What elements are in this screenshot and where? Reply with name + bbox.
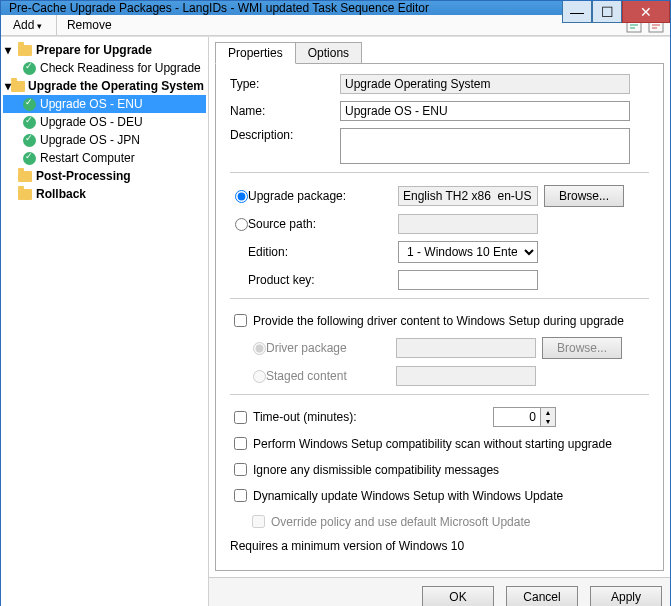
label-driver-package: Driver package xyxy=(266,341,396,355)
product-key-field[interactable] xyxy=(398,270,538,290)
divider xyxy=(230,394,649,395)
tree-item-upgrade-enu[interactable]: Upgrade OS - ENU xyxy=(3,95,206,113)
tab-options[interactable]: Options xyxy=(295,42,362,64)
label-driver-content: Provide the following driver content to … xyxy=(253,314,624,328)
properties-pane: Type: Name: Description: Upgrade package… xyxy=(215,63,664,571)
tree-label: Post-Processing xyxy=(36,169,131,183)
source-path-radio[interactable] xyxy=(235,218,248,231)
cancel-button[interactable]: Cancel xyxy=(506,586,578,606)
tree-item-upgrade-jpn[interactable]: Upgrade OS - JPN xyxy=(3,131,206,149)
remove-button[interactable]: Remove xyxy=(61,16,118,34)
upgrade-package-radio[interactable] xyxy=(235,190,248,203)
label-type: Type: xyxy=(230,77,340,91)
tree-item-upgrade-deu[interactable]: Upgrade OS - DEU xyxy=(3,113,206,131)
label-source-path: Source path: xyxy=(248,217,398,231)
compat-scan-checkbox[interactable] xyxy=(234,437,247,450)
driver-content-checkbox[interactable] xyxy=(234,314,247,327)
driver-package-radio xyxy=(253,342,266,355)
task-tree[interactable]: ▾Prepare for Upgrade Check Readiness for… xyxy=(1,37,209,606)
titlebar: Pre-Cache Upgrade Packages - LangIDs - W… xyxy=(1,1,670,15)
tree-group-rollback[interactable]: Rollback xyxy=(3,185,206,203)
label-dynamic-update: Dynamically update Windows Setup with Wi… xyxy=(253,489,563,503)
source-path-field xyxy=(398,214,538,234)
label-upgrade-package: Upgrade package: xyxy=(248,189,398,203)
label-ignore-compat: Ignore any dismissible compatibility mes… xyxy=(253,463,499,477)
requires-note: Requires a minimum version of Windows 10 xyxy=(230,539,464,553)
label-desc: Description: xyxy=(230,128,340,142)
label-override-policy: Override policy and use default Microsof… xyxy=(271,515,530,529)
add-button[interactable]: Add xyxy=(7,16,48,34)
label-staged-content: Staged content xyxy=(266,369,396,383)
staged-content-radio xyxy=(253,370,266,383)
label-edition: Edition: xyxy=(248,245,398,259)
divider xyxy=(230,298,649,299)
tree-label: Upgrade the Operating System xyxy=(28,79,204,93)
driver-package-field xyxy=(396,338,536,358)
browse-driver-button: Browse... xyxy=(542,337,622,359)
override-policy-checkbox xyxy=(252,515,265,528)
tabs: Properties Options xyxy=(209,37,670,63)
name-field[interactable] xyxy=(340,101,630,121)
type-field xyxy=(340,74,630,94)
tree-label: Rollback xyxy=(36,187,86,201)
upgrade-package-field xyxy=(398,186,538,206)
minimize-button[interactable]: — xyxy=(562,1,592,23)
tree-group-post[interactable]: Post-Processing xyxy=(3,167,206,185)
ok-button[interactable]: OK xyxy=(422,586,494,606)
tree-label: Upgrade OS - JPN xyxy=(40,133,140,147)
label-timeout: Time-out (minutes): xyxy=(253,410,493,424)
tree-label: Check Readiness for Upgrade xyxy=(40,61,201,75)
browse-upgrade-button[interactable]: Browse... xyxy=(544,185,624,207)
label-product-key: Product key: xyxy=(248,273,398,287)
tree-label: Restart Computer xyxy=(40,151,135,165)
staged-content-field xyxy=(396,366,536,386)
description-field[interactable] xyxy=(340,128,630,164)
content: ▾Prepare for Upgrade Check Readiness for… xyxy=(1,36,670,606)
close-button[interactable]: ✕ xyxy=(622,1,670,23)
timeout-checkbox[interactable] xyxy=(234,411,247,424)
window-buttons: — ☐ ✕ xyxy=(562,1,670,23)
window-title: Pre-Cache Upgrade Packages - LangIDs - W… xyxy=(9,1,429,15)
window: Pre-Cache Upgrade Packages - LangIDs - W… xyxy=(0,0,671,606)
label-name: Name: xyxy=(230,104,340,118)
tree-item-check-readiness[interactable]: Check Readiness for Upgrade xyxy=(3,59,206,77)
tab-properties[interactable]: Properties xyxy=(215,42,296,64)
tree-group-prepare[interactable]: ▾Prepare for Upgrade xyxy=(3,41,206,59)
dynamic-update-checkbox[interactable] xyxy=(234,489,247,502)
label-compat-scan: Perform Windows Setup compatibility scan… xyxy=(253,437,612,451)
tree-group-upgrade-os[interactable]: ▾Upgrade the Operating System xyxy=(3,77,206,95)
footer: OK Cancel Apply xyxy=(209,577,670,606)
tree-label: Upgrade OS - ENU xyxy=(40,97,143,111)
ignore-compat-checkbox[interactable] xyxy=(234,463,247,476)
apply-button[interactable]: Apply xyxy=(590,586,662,606)
tree-item-restart[interactable]: Restart Computer xyxy=(3,149,206,167)
separator xyxy=(56,15,57,35)
timeout-field[interactable] xyxy=(493,407,541,427)
timeout-stepper[interactable]: ▲▼ xyxy=(540,407,556,427)
divider xyxy=(230,172,649,173)
maximize-button[interactable]: ☐ xyxy=(592,1,622,23)
tree-label: Upgrade OS - DEU xyxy=(40,115,143,129)
right-pane: Properties Options Type: Name: Descripti… xyxy=(209,37,670,606)
edition-select[interactable]: 1 - Windows 10 Enterprise xyxy=(398,241,538,263)
tree-label: Prepare for Upgrade xyxy=(36,43,152,57)
